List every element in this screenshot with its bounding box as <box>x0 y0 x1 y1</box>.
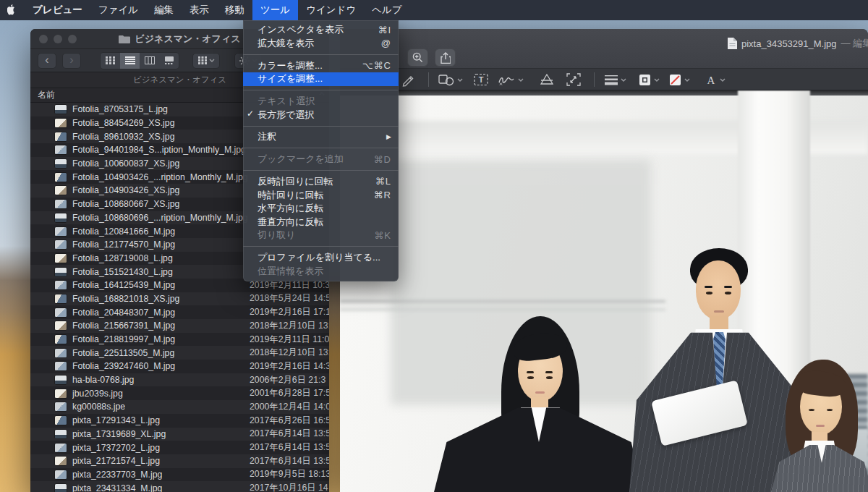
file-name: Fotolia_218819997_M.jpg <box>72 334 175 344</box>
zoom-in-button[interactable] <box>407 48 428 67</box>
menubar-item[interactable]: プレビュー <box>25 0 90 20</box>
tools-menu-item[interactable]: 垂直方向に反転 <box>243 215 399 229</box>
tools-menu-item[interactable]: 注釈▶ <box>243 130 399 144</box>
folder-icon <box>119 35 130 43</box>
file-row[interactable]: pixta_23431334_M.jpg2017年10月16日 14 <box>30 481 329 492</box>
menubar-item[interactable]: 移動 <box>217 0 252 20</box>
menubar-item[interactable]: 編集 <box>146 0 182 20</box>
markup-pen-button[interactable] <box>401 72 415 88</box>
file-thumbnail-icon <box>55 119 67 127</box>
file-name: Fotolia_104903426_XS.jpg <box>72 185 179 195</box>
shapes-button[interactable] <box>438 72 463 88</box>
file-row[interactable]: Fotolia_204848307_M.jpg2019年2月16日 17:1 <box>30 305 329 319</box>
file-thumbnail-icon <box>55 389 67 398</box>
preview-window-title: pixta_34353291_M.jpg — 編集 <box>728 37 868 50</box>
tools-menu-item[interactable]: カラーを調整...⌥⌘C <box>243 59 399 72</box>
menu-shortcut: ⌘K <box>374 230 391 241</box>
file-thumbnail-icon <box>55 173 67 182</box>
menubar-item[interactable]: 表示 <box>182 0 217 20</box>
tools-menu-item[interactable]: 拡大鏡を表示@ <box>243 37 399 51</box>
file-row[interactable]: pixta_17291343_L.jpg2017年6月26日 16:5 <box>30 414 329 428</box>
border-color-icon <box>639 74 651 86</box>
tools-menu-item[interactable]: 水平方向に反転 <box>243 202 399 216</box>
menu-separator <box>243 246 399 247</box>
tools-menu-item: 位置情報を表示 <box>243 264 399 278</box>
file-name: Fotolia_164125439_M.jpg <box>72 280 175 290</box>
preview-window: pixta_34353291_M.jpg — 編集 TA <box>340 29 868 492</box>
text-style-button[interactable]: A <box>705 72 726 88</box>
list-view-button[interactable] <box>120 53 140 69</box>
file-name: jbu2039s.jpg <box>72 389 123 399</box>
share-button[interactable] <box>435 48 456 67</box>
text-style-icon: A <box>705 74 717 86</box>
file-row[interactable]: pixta_21721574_L.jpg2017年6月14日 13:5 <box>30 454 329 468</box>
tools-menu-item[interactable]: ✓長方形で選択 <box>243 108 399 122</box>
file-row[interactable]: Fotolia_225113505_M.jpg2018年12月10日 13: <box>30 346 329 360</box>
menubar-item[interactable]: ファイル <box>90 0 146 20</box>
tools-menu-item[interactable]: 時計回りに回転⌘R <box>243 188 399 202</box>
file-date: 2019年2月11日 11:0 <box>250 334 329 346</box>
gallery-view-button[interactable] <box>159 53 179 69</box>
forward-button[interactable]: › <box>62 53 81 69</box>
file-thumbnail-icon <box>55 362 67 370</box>
file-date: 2018年12月10日 13: <box>250 347 329 359</box>
chevron-down-icon <box>654 78 660 82</box>
file-row[interactable]: pixta_22337703_M.jpg2019年9月5日 18:13 <box>30 468 329 482</box>
file-name: Fotolia_215667391_M.jpg <box>72 321 175 331</box>
border-color-button[interactable] <box>639 72 660 88</box>
tools-menu-item[interactable]: インスペクタを表示⌘I <box>243 23 399 37</box>
line-weight-button[interactable] <box>605 72 626 88</box>
menubar-item[interactable]: ツール <box>252 0 298 20</box>
file-thumbnail-icon <box>55 227 67 236</box>
tools-menu-item[interactable]: サイズを調整... <box>243 72 399 86</box>
text-box-button[interactable]: T <box>474 72 488 88</box>
back-button[interactable]: ‹ <box>38 53 56 69</box>
menu-bar: プレビューファイル編集表示移動ツールウインドウヘルプ <box>0 0 868 20</box>
file-name: pixta_17319689_XL.jpg <box>72 429 166 439</box>
menubar-item[interactable]: ウインドウ <box>298 0 364 20</box>
menu-shortcut: ⌥⌘C <box>362 60 391 71</box>
icon-view-button[interactable] <box>101 53 120 69</box>
file-row[interactable]: Fotolia_218819997_M.jpg2019年2月11日 11:0 <box>30 333 329 347</box>
file-row[interactable]: pixta_17319689_XL.jpg2017年6月14日 13:5 <box>30 428 329 441</box>
minimize-button[interactable] <box>54 35 62 43</box>
file-row[interactable]: ha-bla-0768.jpg2006年2月6日 21:3 <box>30 373 329 387</box>
file-thumbnail-icon <box>55 376 67 384</box>
chevron-down-icon <box>518 78 524 82</box>
view-switcher <box>100 52 179 69</box>
zoom-window-button[interactable] <box>68 35 77 43</box>
adjust-size-button[interactable] <box>566 72 581 88</box>
fill-color-button[interactable] <box>669 72 690 88</box>
file-thumbnail-icon <box>55 159 67 168</box>
svg-text:A: A <box>707 75 715 86</box>
file-row[interactable]: Fotolia_168821018_XS.jpg2018年5月24日 14:5 <box>30 292 329 306</box>
file-row[interactable]: pixta_17372702_L.jpg2017年6月14日 13:5 <box>30 441 329 454</box>
file-name: Fotolia_88454269_XS.jpg <box>72 118 175 128</box>
close-button[interactable] <box>39 35 48 43</box>
checkmark-icon: ✓ <box>247 109 254 119</box>
chevron-down-icon <box>209 59 215 62</box>
file-date: 2017年6月26日 16:5 <box>250 415 329 427</box>
traffic-lights <box>39 35 77 43</box>
tools-menu: インスペクタを表示⌘I拡大鏡を表示@カラーを調整...⌥⌘Cサイズを調整...テ… <box>243 20 399 281</box>
group-by-button[interactable] <box>192 53 220 69</box>
signature-button[interactable] <box>498 72 524 88</box>
file-thumbnail-icon <box>55 430 67 438</box>
menubar-item[interactable]: ヘルプ <box>364 0 409 20</box>
file-name: Fotolia_225113505_M.jpg <box>72 348 174 358</box>
adjust-color-button[interactable] <box>540 72 554 88</box>
file-row[interactable]: jbu2039s.jpg2001年6月28日 17:5 <box>30 386 329 400</box>
tools-menu-item[interactable]: プロファイルを割り当てる... <box>243 251 399 265</box>
photo-content <box>340 90 868 492</box>
preview-titlebar[interactable]: pixta_34353291_M.jpg — 編集 <box>340 29 868 69</box>
file-row[interactable]: kg00088s.jpe2000年12月4日 14:0 <box>30 400 329 414</box>
column-view-button[interactable] <box>140 53 159 69</box>
apple-menu-icon[interactable] <box>0 4 25 17</box>
file-thumbnail-icon <box>55 240 67 249</box>
file-row[interactable]: Fotolia_239247460_M.jpg2019年2月16日 14:3 <box>30 360 329 373</box>
file-row[interactable]: Fotolia_215667391_M.jpg2018年12月10日 13: <box>30 319 329 333</box>
tools-menu-item[interactable]: 反時計回りに回転⌘L <box>243 175 399 189</box>
file-date: 2017年6月14日 13:5 <box>250 428 329 440</box>
file-date: 2019年9月5日 18:13 <box>250 468 329 480</box>
chevron-down-icon <box>684 78 690 82</box>
